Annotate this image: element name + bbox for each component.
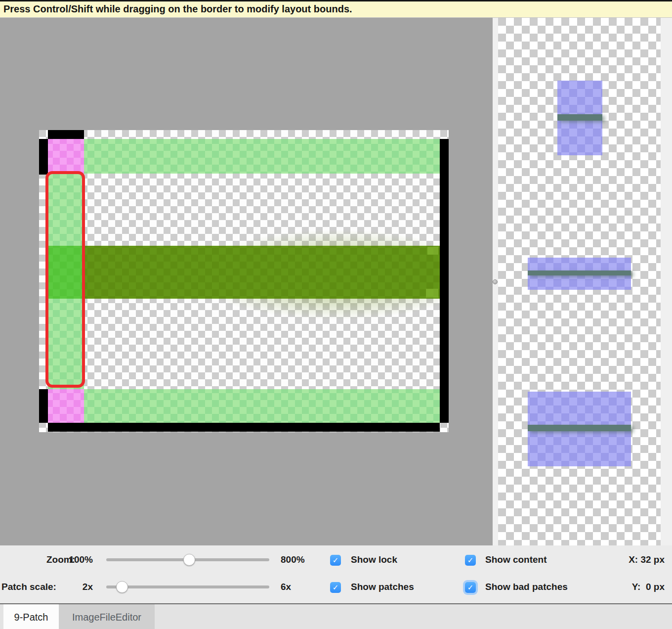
patch-marker-left-lower[interactable]	[39, 389, 48, 423]
label-show-patches: Show patches	[351, 581, 414, 593]
checkbox-show-patches[interactable]: ✓	[330, 582, 341, 593]
splitter-handle-icon[interactable]	[493, 279, 498, 284]
checkbox-show-bad-patches[interactable]: ✓	[465, 582, 476, 593]
label-show-bad-patches: Show bad patches	[485, 581, 568, 593]
corner-patch-bottom-left	[48, 389, 84, 423]
panel-splitter[interactable]	[493, 18, 498, 545]
tab-bar: 9-Patch ImageFileEditor	[0, 603, 672, 629]
coord-y: Y: 0 px	[608, 581, 665, 593]
patch-scale-value: 2x	[59, 581, 93, 593]
stretch-strip-bottom	[84, 389, 440, 423]
editor-canvas[interactable]	[0, 18, 493, 545]
content-band-notch-top	[427, 247, 438, 255]
tab-9patch[interactable]: 9-Patch	[3, 604, 59, 629]
check-icon: ✓	[467, 583, 474, 592]
controls-bar: Zoom: 100% 800% ✓ Show lock ✓ Show conte…	[0, 545, 672, 603]
info-banner: Press Control/Shift while dragging on th…	[0, 0, 672, 18]
zoom-max-label: 800%	[281, 554, 305, 566]
corner-patch-top-left	[48, 139, 84, 174]
tab-label: ImageFileEditor	[72, 612, 141, 623]
info-banner-text: Press Control/Shift while dragging on th…	[3, 3, 352, 14]
preview-content-bar	[528, 425, 631, 431]
right-gutter	[661, 18, 672, 545]
ninepatch-image[interactable]	[39, 130, 449, 432]
content-band-notch-bottom	[426, 289, 438, 298]
patch-scale-max-label: 6x	[281, 581, 291, 593]
zoom-slider-thumb[interactable]	[183, 554, 195, 566]
preview-stretched-tall	[557, 81, 602, 155]
content-band	[84, 246, 440, 299]
preview-content-bar	[528, 270, 631, 275]
tab-imagefileeditor[interactable]: ImageFileEditor	[59, 604, 155, 629]
preview-content-bar	[557, 114, 602, 121]
checkbox-show-content[interactable]: ✓	[465, 555, 476, 566]
label-show-lock: Show lock	[351, 554, 397, 566]
patch-scale-slider-track[interactable]	[106, 585, 269, 588]
preview-stretched-large	[528, 392, 631, 466]
bad-patch-outline	[45, 171, 85, 388]
coord-x: X: 32 px	[608, 554, 665, 566]
patch-marker-left-upper[interactable]	[39, 139, 48, 175]
stretch-strip-top	[84, 139, 440, 174]
check-icon: ✓	[333, 556, 339, 565]
patch-scale-label: Patch scale:	[1, 581, 56, 593]
patch-marker-top[interactable]	[48, 130, 84, 139]
zoom-value: 100%	[59, 554, 93, 566]
label-show-content: Show content	[485, 554, 547, 566]
workspace	[0, 18, 672, 545]
preview-panel	[498, 18, 661, 545]
preview-stretched-wide	[528, 258, 631, 290]
checkbox-show-lock[interactable]: ✓	[330, 555, 341, 566]
patch-scale-slider-thumb[interactable]	[116, 581, 128, 593]
padding-marker-bottom[interactable]	[48, 423, 440, 432]
check-icon: ✓	[333, 583, 339, 592]
check-icon: ✓	[467, 556, 474, 565]
tab-label: 9-Patch	[14, 612, 48, 623]
padding-marker-right[interactable]	[440, 139, 449, 423]
